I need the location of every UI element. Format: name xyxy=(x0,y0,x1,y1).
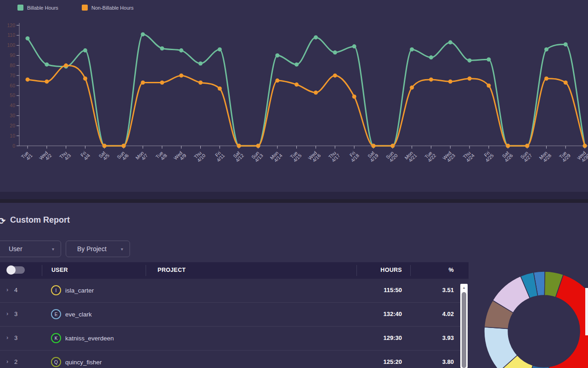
avatar-letter: Q xyxy=(54,360,58,365)
svg-text:60: 60 xyxy=(10,83,15,88)
expand-chevron-icon[interactable]: › xyxy=(6,287,8,293)
table-row[interactable]: ›3Eeve_clark132:404.02 xyxy=(0,303,469,327)
project-count: 3 xyxy=(14,310,17,317)
user-name: quincy_fisher xyxy=(65,359,102,366)
column-divider xyxy=(410,265,411,276)
page-title: Custom Report xyxy=(10,215,70,225)
svg-text:Thu4/24: Thu4/24 xyxy=(462,149,475,163)
section-divider-shadow xyxy=(0,199,588,203)
chevron-down-icon: ▾ xyxy=(121,247,123,252)
user-name: katniss_everdeen xyxy=(65,335,114,342)
clipped-panel-edge xyxy=(585,288,588,335)
dropdown-value: User xyxy=(9,245,23,253)
svg-text:Mon4/14: Mon4/14 xyxy=(269,149,283,164)
project-count: 3 xyxy=(14,334,17,341)
svg-text:40: 40 xyxy=(10,103,15,108)
column-divider xyxy=(146,265,146,276)
project-count: 2 xyxy=(14,358,17,365)
expand-chevron-icon[interactable]: › xyxy=(6,358,8,365)
group-by-user-dropdown[interactable]: User ▾ xyxy=(0,241,61,257)
user-name: eve_clark xyxy=(65,311,92,318)
svg-text:Fri4/11: Fri4/11 xyxy=(212,149,226,163)
section-divider xyxy=(0,192,588,199)
svg-text:Tue4/8: Tue4/8 xyxy=(154,149,168,163)
svg-text:Mon4/21: Mon4/21 xyxy=(403,149,418,164)
column-header-user[interactable]: USER xyxy=(51,267,68,273)
hours-line-chart[interactable]: 0102030405060708090100110120Tue4/1Wed4/2… xyxy=(0,0,588,184)
expand-chevron-icon[interactable]: › xyxy=(6,310,8,317)
avatar-letter: I xyxy=(56,288,57,293)
avatar: K xyxy=(51,333,61,343)
report-table-body: ›4Iisla_carter115:503.51›3Eeve_clark132:… xyxy=(0,279,469,368)
svg-text:Tue4/15: Tue4/15 xyxy=(289,149,303,163)
svg-text:Tue4/29: Tue4/29 xyxy=(558,149,571,163)
svg-text:Sat4/26: Sat4/26 xyxy=(500,149,514,163)
percent-value: 3.80 xyxy=(442,358,454,365)
hours-value: 115:50 xyxy=(384,287,402,293)
svg-text:Thu4/17: Thu4/17 xyxy=(327,149,341,163)
table-row[interactable]: ›2Qquincy_fisher125:203.80 xyxy=(0,351,469,368)
svg-text:Fri4/4: Fri4/4 xyxy=(79,149,91,161)
scroll-up-icon[interactable]: ▲ xyxy=(460,286,468,290)
avatar: I xyxy=(51,285,61,295)
svg-text:Tue4/22: Tue4/22 xyxy=(423,149,437,163)
dropdown-value: By Project xyxy=(77,245,107,253)
avatar: E xyxy=(51,309,61,319)
expand-chevron-icon[interactable]: › xyxy=(6,334,8,341)
avatar-letter: K xyxy=(55,336,58,341)
column-header-hours[interactable]: HOURS xyxy=(380,267,402,273)
chevron-down-icon: ▾ xyxy=(52,247,54,252)
column-divider xyxy=(356,265,357,276)
avatar: Q xyxy=(51,357,61,367)
svg-text:Wed4/30: Wed4/30 xyxy=(576,149,588,164)
svg-text:Wed4/16: Wed4/16 xyxy=(307,149,322,164)
svg-text:Sun4/20: Sun4/20 xyxy=(384,149,398,163)
toggle-knob xyxy=(6,265,16,275)
svg-text:Sun4/27: Sun4/27 xyxy=(519,149,533,163)
svg-text:100: 100 xyxy=(7,42,15,48)
svg-text:10: 10 xyxy=(10,133,15,138)
svg-text:Thu4/3: Thu4/3 xyxy=(58,149,72,163)
scrollbar-thumb[interactable] xyxy=(462,292,466,368)
percent-value: 4.02 xyxy=(442,310,454,317)
percent-value: 3.93 xyxy=(442,334,454,341)
svg-text:Wed4/9: Wed4/9 xyxy=(172,149,187,164)
project-count: 4 xyxy=(14,287,17,293)
project-share-donut-chart[interactable] xyxy=(469,267,588,368)
table-row[interactable]: ›3Kkatniss_everdeen129:303.93 xyxy=(0,327,469,351)
sync-icon: ⟳ xyxy=(0,216,6,226)
avatar-letter: E xyxy=(55,312,58,317)
svg-text:20: 20 xyxy=(10,123,15,128)
hours-value: 125:20 xyxy=(384,358,402,365)
hours-value: 132:40 xyxy=(384,310,402,317)
group-by-project-dropdown[interactable]: By Project ▾ xyxy=(66,241,130,257)
table-header: USER PROJECT HOURS % xyxy=(0,262,469,279)
column-header-percent[interactable]: % xyxy=(449,267,454,273)
svg-text:Mon4/28: Mon4/28 xyxy=(538,149,553,164)
svg-text:110: 110 xyxy=(7,32,15,38)
svg-text:Sat4/5: Sat4/5 xyxy=(97,149,110,162)
svg-text:Tue4/1: Tue4/1 xyxy=(20,149,34,163)
svg-text:Mon4/7: Mon4/7 xyxy=(134,149,149,164)
svg-text:Sat4/12: Sat4/12 xyxy=(231,149,245,163)
column-header-project[interactable]: PROJECT xyxy=(158,267,186,273)
svg-text:Wed4/23: Wed4/23 xyxy=(441,149,456,164)
svg-text:90: 90 xyxy=(10,52,15,58)
svg-text:Sat4/19: Sat4/19 xyxy=(366,149,379,163)
percent-value: 3.51 xyxy=(442,287,454,293)
svg-text:Fri4/25: Fri4/25 xyxy=(481,149,495,163)
table-row[interactable]: ›4Iisla_carter115:503.51 xyxy=(0,279,469,303)
svg-text:120: 120 xyxy=(7,23,15,28)
svg-text:Sun4/6: Sun4/6 xyxy=(116,149,130,163)
expand-all-toggle[interactable] xyxy=(7,266,25,274)
hours-value: 129:30 xyxy=(384,334,402,341)
svg-text:Sun4/13: Sun4/13 xyxy=(250,149,264,163)
svg-text:70: 70 xyxy=(10,73,15,78)
svg-text:Fri4/18: Fri4/18 xyxy=(346,149,360,163)
column-divider xyxy=(42,265,42,276)
svg-text:80: 80 xyxy=(10,63,15,68)
svg-text:30: 30 xyxy=(10,113,15,118)
svg-text:Wed4/2: Wed4/2 xyxy=(38,149,53,164)
svg-text:0: 0 xyxy=(12,143,15,149)
svg-text:Thu4/10: Thu4/10 xyxy=(192,149,206,163)
